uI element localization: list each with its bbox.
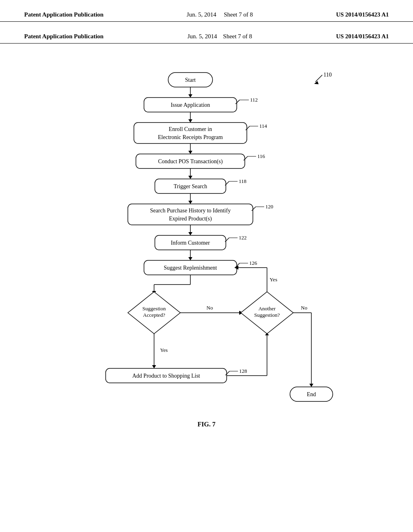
svg-marker-23 xyxy=(188,232,192,235)
ref-112: 112 xyxy=(250,97,258,103)
header-patent-number: US 2014/0156423 A1 xyxy=(336,11,389,18)
svg-marker-11 xyxy=(188,151,192,154)
ref-128: 128 xyxy=(239,368,247,374)
enroll-text-1: Enroll Customer in xyxy=(169,126,212,132)
main-flowchart: 110 Start Issue Application 112 Enroll C… xyxy=(65,64,348,414)
ref-116: 116 xyxy=(257,153,265,159)
header-date-sheet: Jun. 5, 2014 Sheet 7 of 8 xyxy=(187,11,253,18)
diamond-accepted-text2: Accepted? xyxy=(143,312,165,318)
svg-marker-3 xyxy=(188,94,192,98)
no-label-2: No xyxy=(301,305,307,311)
issue-app-text: Issue Application xyxy=(171,102,210,108)
diamond-another-text2: Suggestion? xyxy=(254,312,280,318)
header-mid: Jun. 5, 2014 Sheet 7 of 8 xyxy=(188,33,252,40)
diamond-accepted-text1: Suggestion xyxy=(142,305,166,312)
header-pub: Patent Application Publication xyxy=(24,33,104,40)
yes-label-another: Yes xyxy=(270,276,277,283)
add-product-text: Add Product to Shopping List xyxy=(132,373,200,379)
svg-marker-27 xyxy=(188,257,192,260)
svg-marker-48 xyxy=(265,333,269,335)
diamond-another-text1: Another xyxy=(259,305,276,312)
yes-label-accepted: Yes xyxy=(160,347,168,353)
svg-marker-1 xyxy=(314,81,319,84)
header-date: Jun. 5, 2014 xyxy=(187,11,216,18)
header-publication-type: Patent Application Publication xyxy=(24,11,104,18)
svg-marker-41 xyxy=(309,384,313,387)
ref-122: 122 xyxy=(239,235,247,241)
search-history-text-1: Search Purchase History to Identify xyxy=(150,208,231,214)
enroll-text-2: Electronic Receipts Program xyxy=(158,134,223,140)
svg-marker-19 xyxy=(188,201,192,204)
patent-main: Patent Application Publication Jun. 5, 2… xyxy=(0,22,413,428)
patent-header: Patent Application Publication Jun. 5, 2… xyxy=(0,0,413,22)
ref-114: 114 xyxy=(259,123,267,129)
header-pat-num: US 2014/0156423 A1 xyxy=(336,33,389,40)
trigger-search-text: Trigger Search xyxy=(173,183,207,189)
inform-customer-text: Inform Customer xyxy=(171,240,210,246)
suggest-replen-text: Suggest Replenishment xyxy=(164,265,217,271)
start-text: Start xyxy=(185,77,196,83)
end-text: End xyxy=(307,391,316,397)
search-history-box xyxy=(128,204,253,225)
svg-line-0 xyxy=(315,75,322,82)
ref-120: 120 xyxy=(265,204,273,210)
svg-marker-43 xyxy=(152,365,156,368)
ref-118: 118 xyxy=(239,178,246,184)
search-history-text-2: Expired Product(s) xyxy=(169,216,212,222)
conduct-pos-text: Conduct POS Transaction(s) xyxy=(158,158,223,165)
no-label-1: No xyxy=(206,305,213,311)
svg-wrapper: 110 Start Issue Application 112 Enroll C… xyxy=(0,64,413,414)
svg-marker-15 xyxy=(188,176,192,179)
svg-marker-7 xyxy=(188,119,192,123)
ref-126: 126 xyxy=(249,260,257,266)
header-sheet: Sheet 7 of 8 xyxy=(224,11,253,18)
fig-label: FIG. 7 xyxy=(0,421,413,428)
ref-110: 110 xyxy=(323,72,332,78)
enroll-box xyxy=(134,123,247,143)
